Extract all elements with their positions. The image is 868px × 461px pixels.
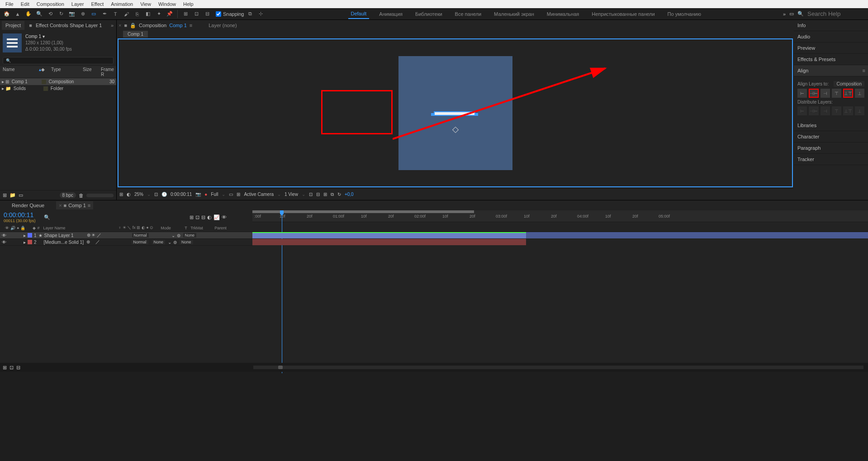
flowchart-icon[interactable]: ⧉ xyxy=(331,192,334,197)
effect-controls-tab[interactable]: Effect Controls Shape Layer 1 xyxy=(32,21,106,30)
project-search[interactable]: 🔍 xyxy=(3,57,114,64)
timeline-zoom-slider[interactable] xyxy=(253,366,863,369)
parent-header[interactable]: Parent xyxy=(214,226,237,230)
mode-header[interactable]: Mode xyxy=(161,226,183,230)
layer-row-2[interactable]: 👁 ▸ 2 [Medium...e Solid 1] ⊕ ／ Normal No… xyxy=(0,239,252,246)
workspace-small-screen[interactable]: Маленький экран xyxy=(491,10,537,19)
bpc-indicator[interactable]: 8 bpc xyxy=(60,192,76,198)
workspace-animation[interactable]: Анимация xyxy=(376,10,405,19)
snapshot-icon[interactable]: 📷 xyxy=(195,192,201,197)
panel-overflow-icon[interactable]: » xyxy=(111,23,116,28)
views-dropdown[interactable]: 1 View xyxy=(285,192,298,197)
label-header-icon[interactable]: ◆ xyxy=(33,226,36,230)
toggle-brain-icon[interactable]: ⊟ xyxy=(16,365,20,371)
menu-view[interactable]: View xyxy=(137,0,155,8)
project-row-solids[interactable]: ▸ 📁 Solids Folder xyxy=(0,85,116,92)
workspace-default[interactable]: Default xyxy=(348,9,370,19)
workspace-standard[interactable]: По умолчанию xyxy=(665,10,704,19)
eraser-tool-icon[interactable]: ◧ xyxy=(143,9,153,19)
workspace-minimal[interactable]: Минимальная xyxy=(544,10,582,19)
timeline-comp-tab[interactable]: × ■ Comp 1 ≡ xyxy=(56,201,93,209)
folder-icon[interactable]: 📁 xyxy=(9,192,16,198)
viewer-breadcrumb-comp[interactable]: Comp 1 xyxy=(169,23,187,28)
local-axis-icon[interactable]: ⊞ xyxy=(180,9,190,19)
workspace-libraries[interactable]: Библиотеки xyxy=(413,10,445,19)
motion-blur-icon[interactable]: ◐ xyxy=(207,214,212,220)
timeline-icon[interactable]: ⊞ xyxy=(323,192,327,197)
workspace-all-panels[interactable]: Все панели xyxy=(452,10,484,19)
layer-name[interactable]: Shape Layer 1 xyxy=(44,233,85,238)
camera-dropdown[interactable]: Active Camera xyxy=(244,192,274,197)
composition-canvas[interactable] xyxy=(398,56,512,170)
snap-edge-icon[interactable]: ⧉ xyxy=(245,9,255,19)
anchor-point-icon[interactable] xyxy=(452,126,458,133)
eye-icon[interactable]: 👁 xyxy=(2,240,6,245)
interp-icon[interactable]: ⊞ xyxy=(3,192,7,198)
draft3d-icon[interactable]: ⊡ xyxy=(195,214,199,220)
view-axis-icon[interactable]: ⊟ xyxy=(202,9,212,19)
resolution-dropdown[interactable]: Full xyxy=(211,192,218,197)
eye-icon[interactable]: 👁 xyxy=(2,233,6,238)
timeline-timecode[interactable]: 0:00:00:11 xyxy=(4,211,36,219)
visibility-icon[interactable]: 👁 xyxy=(5,226,9,230)
zoom-dropdown[interactable]: 25% xyxy=(134,192,143,197)
timeline-ruler[interactable]: :00f 10f 20f 01:00f 10f 20f 02:00f 10f 2… xyxy=(252,210,868,222)
layer-name[interactable]: [Medium...e Solid 1] xyxy=(44,240,85,245)
overflow-icon[interactable]: » xyxy=(783,11,786,17)
tracker-panel-header[interactable]: Tracker xyxy=(794,154,868,165)
workspace-undocked[interactable]: Непристыкованные панели xyxy=(589,10,657,19)
audio-icon[interactable]: 🔊 xyxy=(10,226,15,230)
menu-animation[interactable]: Animation xyxy=(107,0,137,8)
channel-icon[interactable]: ● xyxy=(204,192,207,197)
roto-tool-icon[interactable]: ✦ xyxy=(154,9,164,19)
trkmat-dropdown[interactable]: None xyxy=(152,240,166,244)
track-bar[interactable] xyxy=(252,239,526,245)
canvas-area[interactable] xyxy=(118,38,793,187)
exposure-value[interactable]: +0,0 xyxy=(345,192,354,197)
puppet-tool-icon[interactable]: 📌 xyxy=(165,9,175,19)
menu-effect[interactable]: Effect xyxy=(87,0,107,8)
hand-tool-icon[interactable]: ✋ xyxy=(24,9,33,19)
roi-icon[interactable]: ▭ xyxy=(229,192,233,197)
camera-tool-icon[interactable]: 📷 xyxy=(67,9,77,19)
pixel-aspect-icon[interactable]: ⊡ xyxy=(309,192,313,197)
clone-tool-icon[interactable]: ⎘ xyxy=(132,9,142,19)
snapping-checkbox[interactable] xyxy=(216,11,221,17)
viewer-layer-label[interactable]: Layer (none) xyxy=(209,23,237,28)
rotation-tool-icon[interactable]: ↻ xyxy=(56,9,66,19)
track-2[interactable] xyxy=(252,239,868,245)
layer-swatch[interactable] xyxy=(28,240,32,244)
header-type[interactable]: Type xyxy=(51,67,83,77)
align-right-button[interactable]: ⊣ xyxy=(821,89,830,98)
project-row-comp[interactable]: ▸ ⊞ Comp 1 Composition 30 xyxy=(0,78,116,85)
timeline-search-icon[interactable]: 🔍 xyxy=(44,214,50,220)
track-1[interactable] xyxy=(252,232,868,238)
frame-blend-icon[interactable]: ⊟ xyxy=(201,214,205,220)
menu-composition[interactable]: Composition xyxy=(33,0,68,8)
shape-layer-rect[interactable] xyxy=(434,111,475,116)
paragraph-panel-header[interactable]: Paragraph xyxy=(794,143,868,154)
orbit-tool-icon[interactable]: ⟲ xyxy=(45,9,55,19)
comp-icon[interactable]: ▭ xyxy=(19,192,23,198)
world-axis-icon[interactable]: ⊡ xyxy=(191,9,201,19)
align-h-center-button[interactable]: ⊣⊢ xyxy=(809,89,819,98)
zoom-tool-icon[interactable]: 🔍 xyxy=(34,9,44,19)
reset-exp-icon[interactable]: ↻ xyxy=(337,192,341,197)
preview-panel-header[interactable]: Preview xyxy=(794,43,868,54)
selection-tool-icon[interactable]: ▲ xyxy=(13,9,23,19)
align-panel-header[interactable]: Align ≡ xyxy=(794,65,868,76)
effects-presets-panel-header[interactable]: Effects & Presets xyxy=(794,54,868,65)
brush-tool-icon[interactable]: 🖌 xyxy=(121,9,131,19)
header-frame[interactable]: Frame R xyxy=(101,67,114,77)
shy-icon[interactable]: 👁 xyxy=(222,214,227,220)
toggle-modes-icon[interactable]: ⊡ xyxy=(9,365,14,371)
layer-swatch[interactable] xyxy=(28,233,32,238)
align-bottom-button[interactable]: ⊥ xyxy=(855,89,864,98)
track-bar[interactable] xyxy=(252,232,526,238)
resolution-icon[interactable]: ⊡ xyxy=(154,192,158,197)
align-top-button[interactable]: ⊤ xyxy=(832,89,841,98)
menu-help[interactable]: Help xyxy=(180,0,197,8)
graph-editor-icon[interactable]: 📈 xyxy=(213,214,220,220)
comp-mini-icon[interactable]: ⊞ xyxy=(190,214,194,220)
layer-name-header[interactable]: Layer Name xyxy=(43,226,84,230)
